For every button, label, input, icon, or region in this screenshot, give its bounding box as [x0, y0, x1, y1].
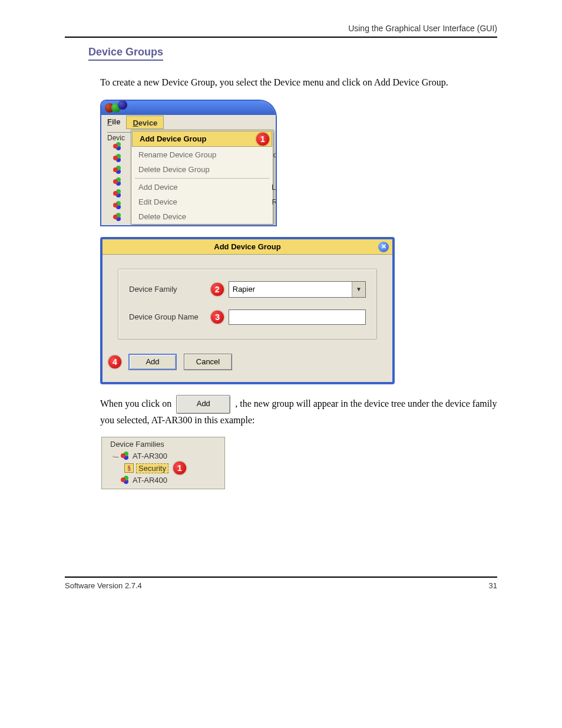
menu-item-label: Add Device: [138, 183, 177, 192]
add-device-group-dialog: Add Device Group ✕ Device Family 2 ▼ Dev…: [100, 237, 395, 384]
window-titlebar: [101, 101, 276, 115]
device-group-name-label: Device Group Name: [129, 312, 211, 321]
bg-text-frag: R: [272, 197, 277, 206]
menu-item-label: Edit Device: [138, 197, 177, 206]
menu-add-device[interactable]: Add Device Li: [131, 180, 273, 195]
device-node-icon: [113, 202, 123, 210]
page-running-header: Using the Graphical User Interface (GUI): [65, 24, 497, 37]
app-window-fragment: File Device Devic Add Device Group: [100, 100, 277, 226]
menu-device-label: evice: [138, 118, 158, 127]
menu-file[interactable]: File: [101, 115, 126, 130]
tree-icons-column: [113, 143, 123, 222]
text: When you click on: [100, 398, 174, 408]
tree-node-label: AT-AR400: [133, 476, 167, 485]
device-node-icon: [113, 166, 123, 174]
bg-text-frag: Li: [272, 183, 277, 192]
device-family-value[interactable]: [229, 282, 352, 297]
device-families-tree: Device Families ◦– AT-AR300 § Security 1…: [101, 437, 225, 489]
post-paragraph: When you click on Add , the new group wi…: [100, 395, 497, 427]
step-badge-1: 1: [256, 133, 269, 146]
menu-add-device-group[interactable]: Add Device Group 1: [132, 131, 272, 147]
menu-item-label: Add Device Group: [140, 134, 206, 143]
add-button[interactable]: Add: [128, 354, 177, 370]
cancel-button[interactable]: Cancel: [184, 354, 232, 370]
device-node-icon: [113, 154, 123, 163]
menu-rename-device-group[interactable]: Rename Device Group o: [131, 147, 273, 162]
dialog-title-text: Add Device Group: [214, 242, 280, 251]
menu-device[interactable]: Device: [126, 116, 164, 129]
tree-row[interactable]: ◦– AT-AR300: [109, 451, 221, 461]
figure-dialog-screenshot: Add Device Group ✕ Device Family 2 ▼ Dev…: [100, 237, 497, 384]
device-family-icon: [121, 476, 130, 485]
app-icon: [118, 100, 127, 110]
device-family-row: Device Family 2 ▼: [129, 281, 366, 298]
figure-tree-screenshot: Device Families ◦– AT-AR300 § Security 1…: [100, 437, 497, 489]
menu-item-label: Delete Device Group: [138, 165, 210, 174]
intro-paragraph: To create a new Device Group, you select…: [100, 76, 497, 89]
device-node-icon: [113, 190, 123, 198]
step-badge-2: 2: [211, 283, 224, 296]
page-footer: Software Version 2.7.4 31: [65, 581, 497, 590]
menu-separator: [135, 178, 269, 179]
device-node-icon: [113, 143, 123, 151]
tree-node-label: AT-AR300: [133, 452, 167, 460]
menu-item-label: Delete Device: [138, 212, 186, 221]
device-node-icon: [113, 178, 123, 186]
tree-legend: Device Families: [108, 440, 167, 449]
chevron-down-icon[interactable]: ▼: [352, 282, 365, 297]
close-icon[interactable]: ✕: [378, 242, 389, 252]
bg-text-frag: o: [273, 150, 277, 159]
device-group-name-row: Device Group Name 3: [129, 309, 366, 325]
device-group-name-input[interactable]: [229, 309, 366, 325]
footer-page-number: 31: [489, 581, 497, 590]
step-badge-1: 1: [173, 462, 186, 475]
dialog-fieldset: Device Family 2 ▼ Device Group Name 3: [118, 269, 377, 340]
bottom-rule: [65, 577, 497, 578]
section-title: Device Groups: [88, 46, 163, 61]
footer-version: Software Version 2.7.4: [65, 581, 142, 590]
window-body: Devic Add Device Group 1 Re: [101, 130, 276, 225]
device-group-icon: §: [124, 463, 134, 473]
menu-item-label: Rename Device Group: [138, 150, 216, 159]
device-family-label: Device Family: [129, 285, 211, 294]
menu-file-label: ile: [112, 117, 120, 126]
top-rule: [65, 37, 497, 38]
dialog-button-row: 4 Add Cancel: [103, 348, 392, 382]
inline-add-button: Add: [176, 395, 230, 414]
menu-delete-device[interactable]: Delete Device: [131, 209, 273, 224]
device-family-combo[interactable]: ▼: [229, 281, 366, 298]
dialog-titlebar: Add Device Group ✕: [103, 239, 392, 255]
device-node-icon: [113, 213, 123, 222]
page: Using the Graphical User Interface (GUI)…: [0, 0, 562, 728]
device-family-icon: [121, 452, 130, 460]
tree-row[interactable]: ◦– AT-AR400: [109, 475, 221, 485]
device-menu-dropdown: Add Device Group 1 Rename Device Group o…: [131, 130, 273, 225]
tree-node-label-selected: Security: [136, 463, 168, 473]
menubar: File Device: [101, 115, 276, 130]
expand-toggle-icon[interactable]: ◦–: [113, 453, 118, 460]
tree-row[interactable]: § Security 1: [109, 461, 221, 475]
menu-delete-device-group[interactable]: Delete Device Group: [131, 162, 273, 177]
dialog-body: Device Family 2 ▼ Device Group Name 3: [103, 255, 392, 348]
step-badge-4: 4: [108, 355, 121, 368]
figure-menu-screenshot: File Device Devic Add Device Group: [100, 100, 497, 226]
step-badge-3: 3: [211, 311, 224, 324]
menu-edit-device[interactable]: Edit Device R: [131, 195, 273, 209]
